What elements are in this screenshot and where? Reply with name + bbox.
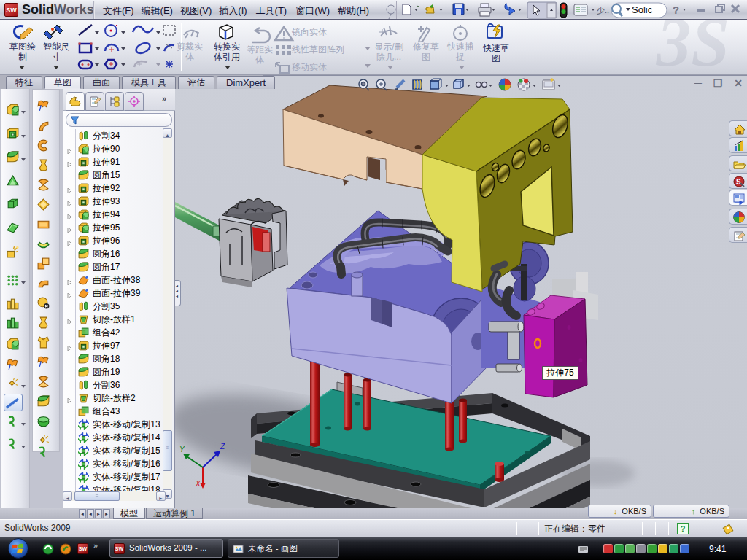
svg-text:X: X — [195, 480, 201, 488]
svg-text:Y: Y — [179, 446, 185, 454]
svg-text:S: S — [736, 178, 741, 186]
svg-text:Solic: Solic — [632, 4, 653, 15]
svg-text:Z: Z — [220, 443, 225, 451]
svg-text:少..: 少.. — [597, 6, 609, 15]
